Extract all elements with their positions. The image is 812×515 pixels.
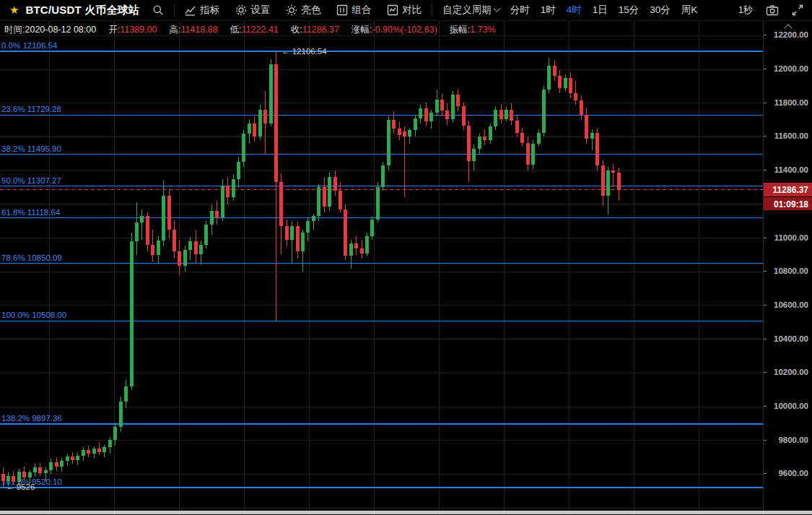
- candle-body: [381, 165, 385, 187]
- candle-body: [601, 165, 605, 196]
- trading-app: ★ BTC/USDT 火币全球站 指标 设置 亮色: [0, 0, 812, 515]
- candle-body: [553, 66, 556, 76]
- compare-button[interactable]: 对比: [387, 4, 422, 17]
- light-theme-button[interactable]: 亮色: [286, 4, 320, 17]
- amplitude-value: 1.73%: [470, 25, 495, 35]
- candle-body: [344, 209, 347, 256]
- candle-body: [28, 472, 32, 477]
- price-axis-tick: 11000.00: [764, 233, 812, 243]
- candle-body: [92, 449, 96, 454]
- candle-body: [226, 186, 230, 197]
- candle-body: [429, 113, 433, 122]
- candle-body: [419, 108, 422, 118]
- period-tab-4h[interactable]: 4时: [567, 4, 582, 17]
- candle-body: [44, 470, 48, 474]
- fib-level-label: 100.0% 10508.00: [1, 311, 66, 319]
- candle-body: [494, 110, 497, 126]
- high-value: 11418.88: [180, 25, 217, 35]
- candle-body: [210, 211, 214, 225]
- candle-body: [108, 440, 112, 448]
- candle-body: [595, 133, 599, 166]
- candle-body: [12, 476, 15, 482]
- candle-body: [360, 248, 364, 254]
- candle-body: [526, 143, 530, 165]
- candle-countdown: 01:09:18: [764, 196, 812, 210]
- custom-period-label: 自定义周期: [442, 4, 492, 15]
- candle-body: [376, 187, 380, 219]
- candle-body: [478, 137, 481, 148]
- candle-body: [333, 177, 337, 191]
- candle-body: [157, 241, 160, 255]
- time-axis-scrollbar[interactable]: [0, 511, 812, 514]
- candle-body: [248, 124, 251, 134]
- period-tab-30m[interactable]: 30分: [650, 4, 671, 17]
- indicators-button[interactable]: 指标: [185, 4, 219, 17]
- fib-level-label: 23.6% 11729.28: [1, 105, 61, 113]
- candle-body: [403, 131, 406, 137]
- price-axis[interactable]: 11286.37 01:09:18 12200.0012000.0011800.…: [763, 21, 812, 515]
- layout-button[interactable]: 组合: [336, 4, 371, 17]
- candle-body: [124, 386, 128, 402]
- candle-body: [445, 111, 449, 119]
- candle-body: [87, 450, 90, 454]
- price-axis-tick: 12200.00: [764, 30, 812, 40]
- candle-body: [215, 211, 219, 217]
- price-axis-tick: 11400.00: [764, 165, 812, 176]
- fullscreen-icon[interactable]: [792, 4, 803, 16]
- search-icon[interactable]: [152, 4, 164, 16]
- layout-grid-icon: [336, 4, 348, 16]
- indicator-icon: [185, 5, 196, 16]
- candle-body: [285, 226, 289, 240]
- price-axis-tick: 10600.00: [764, 300, 812, 311]
- candle-body: [301, 233, 305, 251]
- candle-body: [370, 220, 374, 236]
- candle-body: [574, 93, 577, 101]
- period-tab-fenshi[interactable]: 分时: [510, 4, 530, 17]
- candle-body: [328, 177, 331, 207]
- candle-body: [547, 66, 551, 90]
- ohlc-legend: 时间:2020-08-12 08:00 开:11389.00 高:11418.8…: [4, 24, 508, 36]
- chevron-down-icon: [493, 5, 500, 12]
- chart-area[interactable]: 0.0% 12106.5423.6% 11729.2838.2% 11495.9…: [0, 21, 763, 515]
- candle-body: [38, 467, 42, 473]
- gear-icon: [235, 4, 247, 16]
- candle-body: [242, 134, 245, 163]
- candle-body: [606, 170, 610, 196]
- candle-body: [580, 100, 583, 115]
- candle-body: [71, 456, 74, 460]
- candle-body: [499, 110, 503, 119]
- settings-button[interactable]: 设置: [235, 4, 270, 17]
- period-tab-15m[interactable]: 15分: [619, 4, 639, 17]
- close-value: 11286.37: [302, 25, 339, 35]
- camera-snapshot-icon[interactable]: [766, 4, 779, 16]
- candle-body: [408, 130, 411, 137]
- fib-level-label: 50.0% 11307.27: [1, 176, 61, 185]
- price-axis-tick: 10400.00: [764, 334, 812, 345]
- price-axis-tick: 11800.00: [764, 98, 812, 108]
- chart-toolbar: ★ BTC/USDT 火币全球站 指标 设置 亮色: [0, 0, 812, 21]
- sun-icon: [286, 4, 297, 16]
- period-tab-1d[interactable]: 1日: [593, 4, 608, 17]
- candle-body: [113, 427, 117, 440]
- custom-period-dropdown[interactable]: 自定义周期: [442, 4, 499, 17]
- candle-body: [33, 467, 37, 472]
- candle-body: [558, 76, 562, 87]
- symbol-title: BTC/USDT 火币全球站: [25, 4, 139, 17]
- period-tab-1h[interactable]: 1时: [541, 4, 556, 17]
- candle-body: [312, 216, 315, 221]
- change-value: -0.90%(-102.63): [372, 25, 437, 35]
- candle-body: [611, 170, 615, 173]
- period-tab-1w[interactable]: 周K: [681, 4, 698, 17]
- favorite-star-icon[interactable]: ★: [9, 4, 19, 17]
- candle-body: [467, 126, 471, 161]
- candle-body: [323, 187, 326, 207]
- candle-body: [462, 106, 466, 126]
- candle-body: [456, 95, 460, 106]
- candle-body: [130, 241, 134, 386]
- settings-label: 设置: [250, 4, 270, 17]
- candlestick-chart[interactable]: 0.0% 12106.5423.6% 11729.2838.2% 11495.9…: [0, 21, 763, 515]
- candle-body: [258, 110, 262, 137]
- price-axis-tick: 10000.00: [764, 402, 812, 412]
- candle-body: [140, 216, 144, 222]
- candle-body: [221, 186, 224, 217]
